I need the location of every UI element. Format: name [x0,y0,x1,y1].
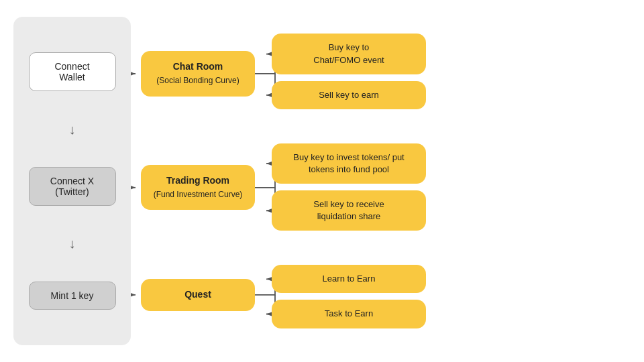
trading-room-node: Trading Room (Fund Investment Curve) [141,165,255,210]
learn-to-earn-label: Learn to Earn [323,274,376,284]
quest-label: Quest [184,289,211,300]
buy-key-invest-label: Buy key to invest tokens/ puttokens into… [293,152,404,174]
right-col: Buy key toChat/FOMO event Sell key to ea… [265,17,631,345]
arrow-down-2: ↓ [69,237,76,250]
sell-key-earn-node: Sell key to earn [272,81,426,109]
middle-col: Chat Room (Social Bonding Curve) Trading… [131,17,265,345]
chat-room-sublabel: (Social Bonding Curve) [156,76,239,85]
buy-key-chat-node: Buy key toChat/FOMO event [272,34,426,74]
chat-room-node: Chat Room (Social Bonding Curve) [141,51,255,96]
sell-key-liquidation-node: Sell key to receiveliquidation share [272,190,426,231]
diagram: Connect Wallet ↓ Connect X(Twitter) ↓ Mi… [13,10,631,352]
task-to-earn-label: Task to Earn [325,308,373,318]
mint-key-label: Mint 1 key [51,290,94,301]
connect-x-node: Connect X(Twitter) [29,167,116,206]
connect-wallet-node: Connect Wallet [29,52,116,91]
sell-key-liquidation-label: Sell key to receiveliquidation share [313,199,384,221]
trading-room-label: Trading Room [166,175,229,186]
buy-key-chat-label: Buy key toChat/FOMO event [313,42,384,64]
connect-x-label: Connect X(Twitter) [50,176,94,197]
trading-room-outcomes: Buy key to invest tokens/ puttokens into… [265,143,631,231]
trading-room-sublabel: (Fund Investment Curve) [154,190,243,199]
chat-room-label: Chat Room [173,61,223,72]
sell-key-earn-label: Sell key to earn [319,90,379,100]
learn-to-earn-node: Learn to Earn [272,265,426,293]
mint-key-node: Mint 1 key [29,282,116,310]
left-panel: Connect Wallet ↓ Connect X(Twitter) ↓ Mi… [13,17,131,345]
task-to-earn-node: Task to Earn [272,300,426,328]
quest-node: Quest [141,279,255,311]
chat-room-outcomes: Buy key toChat/FOMO event Sell key to ea… [265,34,631,109]
arrow-down-1: ↓ [69,123,76,136]
quest-outcomes: Learn to Earn Task to Earn [265,265,631,328]
connect-wallet-label: Connect Wallet [54,61,89,82]
buy-key-invest-node: Buy key to invest tokens/ puttokens into… [272,143,426,184]
